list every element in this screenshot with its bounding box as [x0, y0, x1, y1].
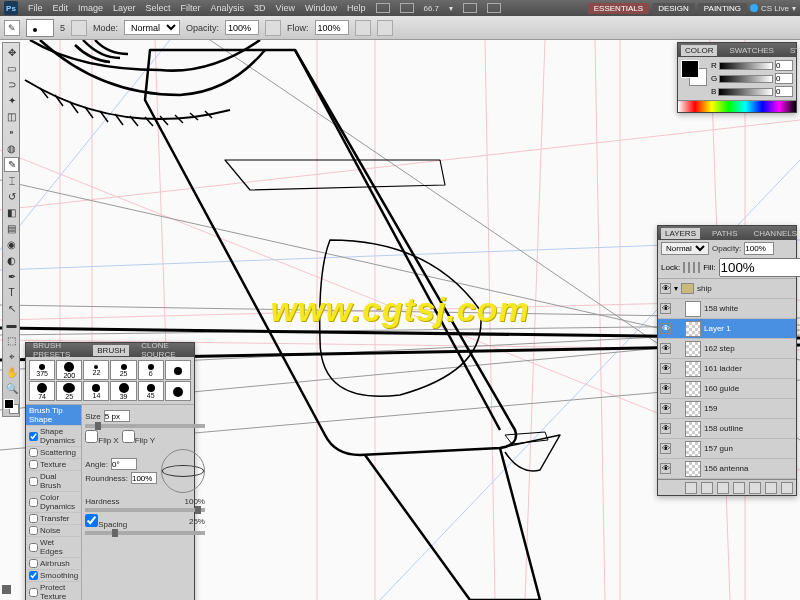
brush-preset[interactable] [165, 360, 191, 380]
brush-tip-shape-header[interactable]: Brush Tip Shape [26, 405, 81, 426]
mask-icon[interactable] [717, 482, 729, 494]
screen-mode-icon[interactable] [487, 3, 501, 13]
brush-preset[interactable]: 25 [110, 360, 136, 380]
zoom-tool[interactable]: 🔍 [4, 381, 19, 396]
flow-input[interactable] [315, 20, 349, 35]
visibility-icon[interactable]: 👁 [660, 463, 671, 474]
g-input[interactable] [775, 73, 793, 84]
zoom-level[interactable]: 66.7 [424, 4, 440, 13]
marquee-tool[interactable]: ▭ [4, 61, 19, 76]
brush-panel-toggle-icon[interactable] [71, 20, 87, 36]
crop-tool[interactable]: ◫ [4, 109, 19, 124]
layer-name[interactable]: Layer 1 [704, 324, 731, 333]
angle-input[interactable] [111, 458, 137, 470]
layer-blend-select[interactable]: Normal [661, 242, 709, 255]
menu-edit[interactable]: Edit [53, 3, 69, 13]
menu-3d[interactable]: 3D [254, 3, 266, 13]
stamp-tool[interactable]: ⌶ [4, 173, 19, 188]
layer-name[interactable]: 160 guide [704, 384, 739, 393]
layer-row[interactable]: 👁Layer 1 [658, 319, 796, 339]
layer-row[interactable]: 👁161 ladder [658, 359, 796, 379]
brush-option[interactable]: Smoothing [26, 570, 81, 582]
layer-row[interactable]: 👁162 step [658, 339, 796, 359]
visibility-icon[interactable]: 👁 [660, 443, 671, 454]
dodge-tool[interactable]: ◐ [4, 253, 19, 268]
layer-name[interactable]: 158 white [704, 304, 738, 313]
brush-option[interactable]: Protect Texture [26, 582, 81, 600]
brush-option[interactable]: Color Dynamics [26, 492, 81, 513]
layer-row[interactable]: 👁157 gun [658, 439, 796, 459]
menu-help[interactable]: Help [347, 3, 366, 13]
move-tool[interactable]: ✥ [4, 45, 19, 60]
brush-option[interactable]: Transfer [26, 513, 81, 525]
cs-live[interactable]: CS Live ▾ [750, 4, 796, 13]
brush-preset[interactable]: 39 [110, 381, 136, 401]
shape-tool[interactable]: ▬ [4, 317, 19, 332]
layer-row[interactable]: 👁160 guide [658, 379, 796, 399]
path-tool[interactable]: ↖ [4, 301, 19, 316]
visibility-icon[interactable]: 👁 [660, 323, 671, 334]
brush-preset[interactable]: 6 [138, 360, 164, 380]
brush-preset[interactable]: 25 [56, 381, 82, 401]
tab-layers[interactable]: LAYERS [661, 228, 700, 239]
menu-analysis[interactable]: Analysis [211, 3, 245, 13]
panel-icon[interactable] [400, 3, 414, 13]
menu-image[interactable]: Image [78, 3, 103, 13]
layer-row[interactable]: 👁156 antenna [658, 459, 796, 479]
layer-name[interactable]: 158 outline [704, 424, 743, 433]
new-layer-icon[interactable] [765, 482, 777, 494]
workspace-essentials[interactable]: ESSENTIALS [588, 3, 649, 14]
b-input[interactable] [775, 86, 793, 97]
hand-tool[interactable]: ✋ [4, 365, 19, 380]
brush-preset[interactable]: 200 [56, 360, 82, 380]
brush-preset[interactable]: 375 [29, 360, 55, 380]
lock-all-icon[interactable] [698, 262, 700, 273]
tab-channels[interactable]: CHANNELS [749, 228, 800, 239]
trash-icon[interactable] [781, 482, 793, 494]
workspace-design[interactable]: DESIGN [652, 3, 695, 14]
color-swatch[interactable] [4, 399, 19, 414]
layer-name[interactable]: 156 antenna [704, 464, 749, 473]
heal-tool[interactable]: ◍ [4, 141, 19, 156]
lasso-tool[interactable]: ⊃ [4, 77, 19, 92]
wand-tool[interactable]: ✦ [4, 93, 19, 108]
g-slider[interactable] [719, 75, 773, 83]
brush-preset[interactable]: 22 [83, 360, 109, 380]
layer-name[interactable]: 161 ladder [704, 364, 742, 373]
history-brush-tool[interactable]: ↺ [4, 189, 19, 204]
group-icon[interactable] [749, 482, 761, 494]
opacity-input[interactable] [225, 20, 259, 35]
brush-option[interactable]: Shape Dynamics [26, 426, 81, 447]
size-slider[interactable] [85, 424, 205, 428]
brush-option[interactable]: Dual Brush [26, 471, 81, 492]
visibility-icon[interactable]: 👁 [660, 363, 671, 374]
fill-input[interactable] [719, 258, 800, 277]
3d-camera-tool[interactable]: ⌖ [4, 349, 19, 364]
3d-tool[interactable]: ⬚ [4, 333, 19, 348]
workspace-painting[interactable]: PAINTING [698, 3, 747, 14]
brush-option[interactable]: Noise [26, 525, 81, 537]
visibility-icon[interactable]: 👁 [660, 283, 671, 294]
eyedropper-tool[interactable]: ⁍ [4, 125, 19, 140]
angle-preview[interactable] [161, 449, 205, 493]
tab-paths[interactable]: PATHS [708, 228, 741, 239]
layer-list[interactable]: 👁 ▾ ship 👁158 white👁Layer 1👁162 step👁161… [658, 279, 796, 479]
menu-layer[interactable]: Layer [113, 3, 136, 13]
menu-select[interactable]: Select [146, 3, 171, 13]
tab-brush[interactable]: BRUSH [93, 345, 129, 356]
hard-slider[interactable] [85, 508, 205, 512]
layer-row[interactable]: 👁158 outline [658, 419, 796, 439]
visibility-icon[interactable]: 👁 [660, 423, 671, 434]
brush-preset[interactable]: 74 [29, 381, 55, 401]
fg-bg-swatch[interactable] [681, 60, 707, 86]
tool-preset-icon[interactable]: ✎ [4, 20, 20, 36]
link-icon[interactable] [685, 482, 697, 494]
size-input[interactable] [104, 410, 130, 422]
blend-mode-select[interactable]: Normal [124, 20, 180, 35]
brush-preset[interactable]: 45 [138, 381, 164, 401]
menu-filter[interactable]: Filter [181, 3, 201, 13]
menu-window[interactable]: Window [305, 3, 337, 13]
brush-option[interactable]: Airbrush [26, 558, 81, 570]
visibility-icon[interactable]: 👁 [660, 343, 671, 354]
eraser-tool[interactable]: ◧ [4, 205, 19, 220]
